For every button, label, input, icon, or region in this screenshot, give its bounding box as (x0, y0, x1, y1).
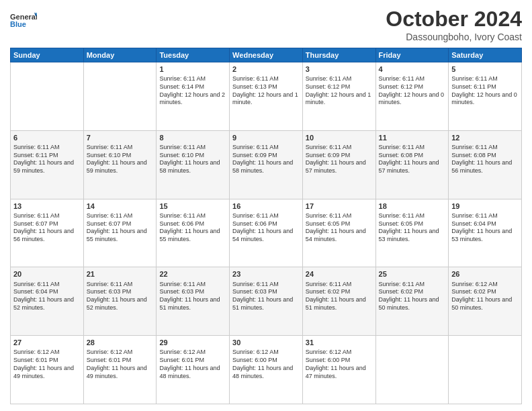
table-row (11, 62, 84, 131)
table-row: 11 Sunrise: 6:11 AM Sunset: 6:08 PM Dayl… (375, 130, 449, 199)
daylight-text: Daylight: 11 hours and 52 minutes. (13, 296, 74, 311)
col-friday: Friday (375, 48, 449, 62)
header: General Blue October 2024 Dassoungboho, … (10, 7, 522, 42)
calendar-week-row: 27 Sunrise: 6:12 AM Sunset: 6:01 PM Dayl… (11, 336, 522, 404)
sunset-text: Sunset: 6:08 PM (451, 152, 496, 158)
sunset-text: Sunset: 6:05 PM (306, 220, 351, 227)
sunrise-text: Sunrise: 6:11 AM (159, 75, 206, 82)
table-row: 10 Sunrise: 6:11 AM Sunset: 6:09 PM Dayl… (302, 130, 375, 199)
logo-box: General Blue (10, 7, 37, 36)
daylight-text: Daylight: 11 hours and 50 minutes. (451, 296, 512, 311)
daylight-text: Daylight: 11 hours and 50 minutes. (379, 296, 439, 311)
daylight-text: Daylight: 11 hours and 51 minutes. (306, 296, 366, 311)
day-number: 24 (306, 269, 373, 279)
sunrise-text: Sunrise: 6:11 AM (13, 212, 60, 219)
day-number: 5 (451, 64, 519, 74)
day-number: 4 (379, 64, 446, 74)
sunrise-text: Sunrise: 6:11 AM (232, 212, 279, 219)
table-row (449, 336, 522, 404)
sunset-text: Sunset: 6:02 PM (379, 288, 424, 295)
table-row: 30 Sunrise: 6:12 AM Sunset: 6:00 PM Dayl… (230, 336, 303, 404)
day-number: 22 (159, 269, 226, 279)
sunset-text: Sunset: 6:10 PM (87, 152, 132, 158)
sunset-text: Sunset: 6:03 PM (232, 288, 277, 295)
sunset-text: Sunset: 6:03 PM (87, 288, 132, 295)
svg-text:Blue: Blue (10, 20, 26, 28)
sunset-text: Sunset: 6:02 PM (306, 288, 351, 295)
table-row: 3 Sunrise: 6:11 AM Sunset: 6:12 PM Dayli… (302, 62, 375, 131)
table-row: 14 Sunrise: 6:11 AM Sunset: 6:07 PM Dayl… (83, 199, 157, 267)
day-number: 10 (306, 133, 373, 142)
calendar-week-row: 20 Sunrise: 6:11 AM Sunset: 6:04 PM Dayl… (11, 267, 522, 336)
sunrise-text: Sunrise: 6:11 AM (306, 212, 352, 219)
day-number: 29 (159, 338, 226, 347)
day-number: 14 (87, 201, 154, 211)
title-section: October 2024 Dassoungboho, Ivory Coast (386, 7, 522, 42)
day-number: 25 (379, 269, 446, 279)
sunset-text: Sunset: 6:07 PM (13, 220, 58, 227)
sunrise-text: Sunrise: 6:11 AM (306, 281, 352, 287)
sunset-text: Sunset: 6:07 PM (87, 220, 132, 227)
table-row: 31 Sunrise: 6:12 AM Sunset: 6:00 PM Dayl… (302, 336, 375, 404)
sunrise-text: Sunrise: 6:11 AM (306, 75, 352, 82)
daylight-text: Daylight: 12 hours and 0 minutes. (451, 91, 517, 106)
sunrise-text: Sunrise: 6:11 AM (232, 144, 279, 150)
day-number: 27 (13, 338, 81, 347)
page: General Blue October 2024 Dassoungboho, … (0, 0, 532, 411)
table-row (83, 62, 157, 131)
sunset-text: Sunset: 6:01 PM (13, 357, 58, 363)
sunrise-text: Sunrise: 6:11 AM (87, 281, 133, 287)
sunset-text: Sunset: 6:03 PM (159, 288, 204, 295)
table-row (375, 336, 449, 404)
daylight-text: Daylight: 11 hours and 57 minutes. (379, 159, 439, 174)
table-row: 1 Sunrise: 6:11 AM Sunset: 6:14 PM Dayli… (157, 62, 230, 131)
sunset-text: Sunset: 6:10 PM (159, 152, 204, 158)
calendar-week-row: 6 Sunrise: 6:11 AM Sunset: 6:11 PM Dayli… (11, 130, 522, 199)
sunset-text: Sunset: 6:12 PM (379, 83, 424, 90)
daylight-text: Daylight: 11 hours and 54 minutes. (306, 228, 366, 242)
table-row: 25 Sunrise: 6:11 AM Sunset: 6:02 PM Dayl… (375, 267, 449, 336)
sunrise-text: Sunrise: 6:11 AM (306, 144, 352, 150)
day-number: 19 (451, 201, 519, 211)
day-number: 8 (159, 133, 226, 142)
table-row: 13 Sunrise: 6:11 AM Sunset: 6:07 PM Dayl… (11, 199, 84, 267)
sunset-text: Sunset: 6:00 PM (306, 357, 351, 363)
sunset-text: Sunset: 6:02 PM (451, 288, 496, 295)
sunrise-text: Sunrise: 6:11 AM (232, 281, 279, 287)
calendar-week-row: 1 Sunrise: 6:11 AM Sunset: 6:14 PM Dayli… (11, 62, 522, 131)
day-number: 6 (13, 133, 81, 142)
table-row: 22 Sunrise: 6:11 AM Sunset: 6:03 PM Dayl… (157, 267, 230, 336)
daylight-text: Daylight: 11 hours and 58 minutes. (232, 159, 293, 174)
daylight-text: Daylight: 11 hours and 49 minutes. (13, 365, 74, 379)
daylight-text: Daylight: 11 hours and 57 minutes. (306, 159, 366, 174)
col-sunday: Sunday (11, 48, 84, 62)
col-saturday: Saturday (449, 48, 522, 62)
sunrise-text: Sunrise: 6:11 AM (87, 212, 133, 219)
day-number: 18 (379, 201, 446, 211)
daylight-text: Daylight: 12 hours and 0 minutes. (379, 91, 445, 106)
sunset-text: Sunset: 6:01 PM (87, 357, 132, 363)
sunrise-text: Sunrise: 6:11 AM (13, 144, 60, 150)
daylight-text: Daylight: 11 hours and 53 minutes. (379, 228, 439, 242)
daylight-text: Daylight: 11 hours and 48 minutes. (159, 365, 220, 379)
daylight-text: Daylight: 11 hours and 47 minutes. (306, 365, 366, 379)
sunset-text: Sunset: 6:06 PM (232, 220, 277, 227)
daylight-text: Daylight: 11 hours and 56 minutes. (13, 228, 74, 242)
table-row: 16 Sunrise: 6:11 AM Sunset: 6:06 PM Dayl… (230, 199, 303, 267)
daylight-text: Daylight: 11 hours and 54 minutes. (232, 228, 293, 242)
sunset-text: Sunset: 6:11 PM (451, 83, 496, 90)
sunrise-text: Sunrise: 6:11 AM (379, 75, 425, 82)
sunrise-text: Sunrise: 6:12 AM (306, 349, 352, 355)
sunrise-text: Sunrise: 6:12 AM (159, 349, 206, 355)
sunrise-text: Sunrise: 6:11 AM (159, 212, 206, 219)
sunset-text: Sunset: 6:13 PM (232, 83, 277, 90)
sunrise-text: Sunrise: 6:11 AM (159, 281, 206, 287)
day-number: 21 (87, 269, 154, 279)
sunrise-text: Sunrise: 6:11 AM (232, 75, 279, 82)
sunset-text: Sunset: 6:11 PM (13, 152, 58, 158)
svg-text:General: General (10, 13, 37, 21)
sunrise-text: Sunrise: 6:11 AM (451, 144, 498, 150)
day-number: 23 (232, 269, 300, 279)
table-row: 15 Sunrise: 6:11 AM Sunset: 6:06 PM Dayl… (157, 199, 230, 267)
day-number: 7 (87, 133, 154, 142)
